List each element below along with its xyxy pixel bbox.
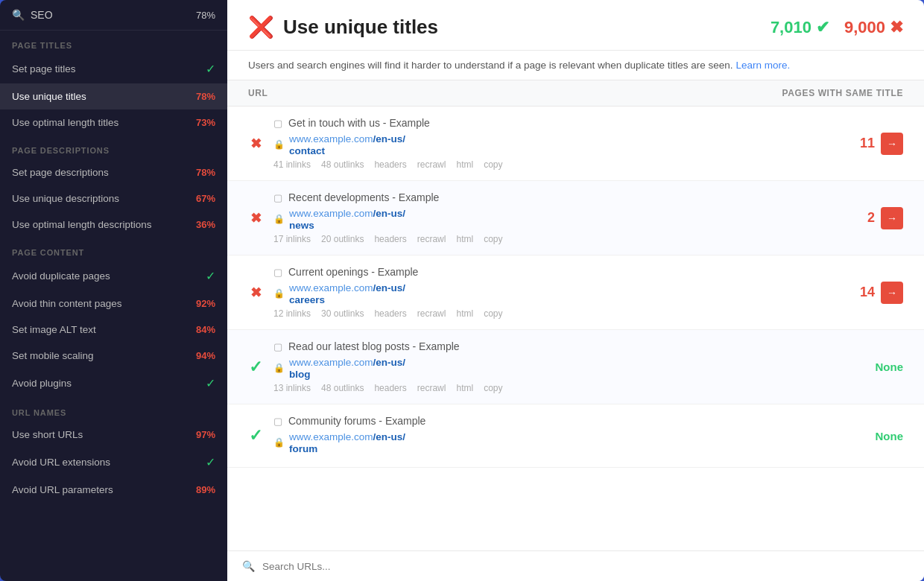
sidebar-item-label: Set page titles [12, 63, 76, 74]
meta-html[interactable]: html [456, 383, 473, 393]
sidebar-item-label: Use unique descriptions [12, 193, 119, 204]
meta-headers[interactable]: headers [374, 234, 406, 244]
check-icon: ✓ [249, 358, 262, 376]
table-row: ✖ ▢ Current openings - Example 🔒 www.exa… [227, 255, 924, 330]
meta-inlinks[interactable]: 13 inlinks [273, 383, 311, 393]
sidebar-item-label: Use short URLs [12, 429, 83, 440]
row-url-line: 🔒 www.example.com/en-us/ blog [273, 355, 865, 380]
sidebar-item-use-unique-titles[interactable]: Use unique titles 78% [0, 83, 227, 109]
meta-outlinks[interactable]: 48 outlinks [321, 383, 364, 393]
sidebar-item-label: Set page descriptions [12, 167, 109, 178]
url-text[interactable]: www.example.com/en-us/ [289, 355, 405, 369]
url-text[interactable]: www.example.com/en-us/ [289, 281, 405, 294]
sidebar-item-pct: 84% [196, 324, 215, 335]
url-path-block: www.example.com/en-us/ news [289, 206, 405, 231]
meta-recrawl[interactable]: recrawl [417, 159, 446, 170]
sidebar-item-use-short-urls[interactable]: Use short URLs 97% [0, 422, 227, 448]
meta-html[interactable]: html [456, 308, 473, 319]
sidebar-item-avoid-thin-content[interactable]: Avoid thin content pages 92% [0, 290, 227, 317]
row-status: ✖ [248, 136, 263, 152]
lock-icon: 🔒 [273, 288, 285, 299]
meta-outlinks[interactable]: 20 outlinks [321, 234, 364, 244]
meta-outlinks[interactable]: 30 outlinks [321, 308, 364, 319]
sidebar-item-label: Avoid duplicate pages [12, 270, 110, 282]
sidebar-item-pct: 73% [196, 117, 215, 128]
row-status: ✖ [248, 285, 263, 301]
row-count: None [876, 430, 904, 442]
meta-inlinks[interactable]: 12 inlinks [273, 308, 311, 319]
meta-copy[interactable]: copy [484, 159, 502, 170]
url-base: www.example.com [289, 282, 373, 293]
sidebar-item-avoid-duplicate-pages[interactable]: Avoid duplicate pages ✓ [0, 261, 227, 290]
cross-icon: ✖ [250, 285, 262, 300]
page-title: Use unique titles [283, 16, 438, 39]
url-path2: blog [289, 369, 405, 380]
url-path2: forum [289, 443, 405, 454]
url-text[interactable]: www.example.com/en-us/ [289, 132, 405, 145]
meta-copy[interactable]: copy [484, 234, 502, 244]
url-base: www.example.com [289, 133, 373, 145]
sidebar-item-pct: 78% [196, 167, 215, 178]
row-title-line: ▢ Get in touch with us - Example [273, 117, 849, 129]
meta-html[interactable]: html [456, 234, 473, 244]
sidebar-item-label: Avoid URL extensions [12, 457, 110, 468]
table-body: ✖ ▢ Get in touch with us - Example 🔒 www… [227, 107, 924, 550]
main-description: Users and search engines will find it ha… [227, 51, 924, 80]
row-meta: 41 inlinks 48 outlinks headers recrawl h… [273, 159, 849, 170]
search-input[interactable] [262, 561, 909, 572]
meta-recrawl[interactable]: recrawl [417, 308, 446, 319]
meta-inlinks[interactable]: 17 inlinks [273, 234, 311, 244]
row-info: ▢ Read our latest blog posts - Example 🔒… [273, 340, 865, 393]
meta-recrawl[interactable]: recrawl [417, 383, 446, 393]
navigate-button[interactable]: → [881, 282, 903, 304]
section-page-content: PAGE CONTENT [0, 238, 227, 261]
row-url-line: 🔒 www.example.com/en-us/ careers [273, 281, 849, 305]
section-url-names: URL NAMES [0, 398, 227, 422]
meta-headers[interactable]: headers [374, 308, 406, 319]
sidebar-item-label: Avoid plugins [12, 378, 72, 389]
meta-headers[interactable]: headers [374, 159, 406, 170]
table-row: ✖ ▢ Get in touch with us - Example 🔒 www… [227, 107, 924, 181]
sidebar-item-avoid-url-extensions[interactable]: Avoid URL extensions ✓ [0, 448, 227, 477]
url-text[interactable]: www.example.com/en-us/ [289, 206, 405, 220]
sidebar-item-pct: 94% [196, 350, 215, 361]
sidebar-item-optimal-length-descriptions[interactable]: Use optimal length descriptions 36% [0, 212, 227, 238]
sidebar-search-pct: 78% [196, 10, 215, 21]
sidebar-item-label: Use unique titles [12, 91, 86, 102]
check-icon: ✓ [206, 376, 215, 390]
url-path1: /en-us/ [373, 208, 406, 219]
url-base: www.example.com [289, 431, 373, 442]
url-text[interactable]: www.example.com/en-us/ [289, 430, 405, 443]
meta-copy[interactable]: copy [484, 308, 502, 319]
url-path1: /en-us/ [373, 133, 406, 145]
row-title-line: ▢ Community forums - Example [273, 415, 865, 427]
meta-outlinks[interactable]: 48 outlinks [321, 159, 364, 170]
learn-more-link[interactable]: Learn more. [735, 60, 790, 71]
url-path2: news [289, 220, 405, 231]
row-title: Current openings - Example [288, 266, 418, 278]
navigate-button[interactable]: → [881, 133, 903, 155]
meta-copy[interactable]: copy [484, 383, 502, 393]
meta-headers[interactable]: headers [374, 383, 406, 393]
sidebar-item-set-page-descriptions[interactable]: Set page descriptions 78% [0, 159, 227, 185]
lock-icon: 🔒 [273, 437, 285, 448]
sidebar-item-set-mobile-scaling[interactable]: Set mobile scaling 94% [0, 343, 227, 369]
sidebar-item-use-unique-descriptions[interactable]: Use unique descriptions 67% [0, 185, 227, 212]
meta-html[interactable]: html [456, 159, 473, 170]
sidebar-item-optimal-length-titles[interactable]: Use optimal length titles 73% [0, 109, 227, 136]
meta-inlinks[interactable]: 41 inlinks [273, 159, 311, 170]
sidebar-item-avoid-plugins[interactable]: Avoid plugins ✓ [0, 369, 227, 398]
navigate-button[interactable]: → [881, 207, 903, 229]
row-meta: 17 inlinks 20 outlinks headers recrawl h… [273, 234, 857, 244]
table-row: ✖ ▢ Recent developments - Example 🔒 www.… [227, 181, 924, 255]
row-count: 2 → [867, 207, 903, 229]
page-icon: ▢ [273, 341, 282, 352]
sidebar-item-avoid-url-parameters[interactable]: Avoid URL parameters 89% [0, 477, 227, 503]
sidebar-item-set-image-alt[interactable]: Set image ALT text 84% [0, 317, 227, 343]
sidebar-item-set-page-titles[interactable]: Set page titles ✓ [0, 54, 227, 83]
main-content: ❌ Use unique titles 7,010 ✔ 9,000 ✖ User… [227, 0, 924, 581]
section-page-titles: PAGE TITLES [0, 31, 227, 54]
url-path-block: www.example.com/en-us/ careers [289, 281, 405, 305]
search-icon: 🔍 [12, 9, 25, 21]
meta-recrawl[interactable]: recrawl [417, 234, 446, 244]
